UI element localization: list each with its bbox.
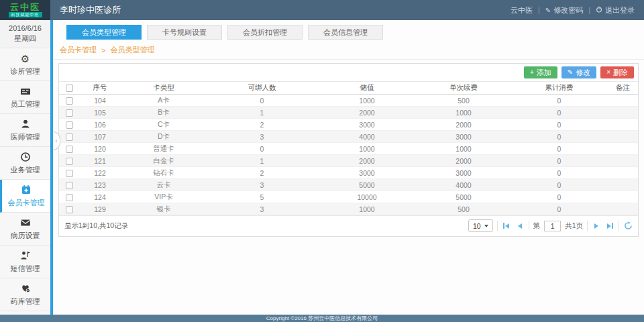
cell-id: 123: [79, 179, 121, 191]
row-checkbox[interactable]: [66, 97, 73, 105]
table-body: 104 A卡 0 1000 500 0 105 B卡 1 2000 1000 0: [59, 95, 638, 215]
last-page-button[interactable]: [605, 221, 614, 231]
col-note: 备注: [608, 82, 638, 95]
cell-renewal: 2000: [417, 155, 511, 167]
table-row[interactable]: 120 普通卡 0 1000 1000 0: [59, 143, 638, 155]
add-button[interactable]: + 添加: [524, 66, 557, 78]
sidebar-item-sms[interactable]: 短信管理: [0, 246, 50, 278]
cell-type: 云卡: [121, 179, 207, 191]
cell-note: [608, 191, 638, 203]
tab-bar: 会员类型管理 卡号规则设置 会员折扣管理 会员信息管理: [53, 20, 644, 40]
tab-member-info[interactable]: 会员信息管理: [308, 25, 383, 40]
cell-people: 0: [207, 95, 317, 107]
row-checkbox[interactable]: [66, 121, 73, 129]
clinic-name-title: 李时珍中医诊所: [60, 4, 121, 16]
separator: [497, 221, 498, 231]
cell-people: 2: [207, 167, 317, 179]
table-row[interactable]: 123 云卡 3 5000 4000 0: [59, 179, 638, 191]
sidebar-item-member-card[interactable]: 会员卡管理: [0, 180, 50, 213]
close-icon: ×: [606, 69, 610, 76]
cell-renewal: 3000: [417, 167, 511, 179]
logo-subtitle: 科技赋能中医: [9, 12, 42, 17]
prev-page-icon: [518, 223, 522, 229]
cell-consumed: 0: [511, 167, 608, 179]
edit-button[interactable]: ✎ 修改: [561, 66, 596, 78]
logo-title: 云中医: [10, 3, 40, 11]
row-checkbox[interactable]: [66, 109, 73, 117]
row-checkbox[interactable]: [66, 182, 73, 189]
delete-button[interactable]: × 删除: [600, 66, 634, 78]
col-id: 序号: [79, 82, 121, 95]
cell-type: D卡: [121, 131, 207, 143]
table-row[interactable]: 129 银卡 3 1000 500 0: [59, 203, 638, 215]
logout-link[interactable]: 退出登录: [596, 5, 635, 15]
tab-card-number-rules[interactable]: 卡号规则设置: [147, 25, 222, 40]
row-checkbox[interactable]: [66, 170, 73, 177]
sidebar-item-business[interactable]: 业务管理: [0, 147, 50, 180]
cell-renewal: 2000: [417, 119, 511, 131]
cell-id: 121: [79, 155, 121, 167]
separator: [529, 221, 529, 231]
table-row[interactable]: 124 VIP卡 5 10000 5000 0: [59, 191, 638, 203]
table-header-row: 序号 卡类型 可绑人数 储值 单次续费 累计消费 备注: [59, 82, 638, 95]
row-checkbox[interactable]: [66, 194, 73, 201]
cell-renewal: 5000: [417, 191, 511, 203]
doctor-icon: [20, 119, 31, 130]
cell-note: [608, 143, 638, 155]
table-row[interactable]: 121 白金卡 1 2000 2000 0: [59, 155, 638, 167]
select-all-checkbox[interactable]: [66, 85, 73, 92]
member-card-icon: [21, 184, 32, 196]
page-size-select[interactable]: 10: [468, 219, 493, 232]
weekday-text: 星期四: [14, 34, 36, 44]
table-row[interactable]: 105 B卡 1 2000 1000 0: [59, 107, 638, 119]
page-input[interactable]: [544, 221, 561, 231]
row-checkbox[interactable]: [66, 146, 73, 153]
sidebar-item-doctor[interactable]: 医师管理: [0, 114, 50, 147]
cell-stored: 1000: [317, 95, 417, 107]
toolbar: + 添加 ✎ 修改 × 删除: [59, 64, 638, 81]
tab-member-discount[interactable]: 会员折扣管理: [227, 25, 303, 40]
sidebar-item-clinic[interactable]: ⚙ 诊所管理: [0, 48, 50, 81]
table-row[interactable]: 107 D卡 3 4000 3000 0: [59, 131, 638, 143]
prev-page-button[interactable]: [515, 221, 525, 231]
sidebar-item-records[interactable]: 病历设置: [0, 213, 50, 246]
cell-note: [608, 155, 638, 167]
breadcrumb-parent[interactable]: 会员卡管理: [60, 45, 97, 55]
cell-people: 1: [207, 107, 317, 119]
cell-type: A卡: [121, 95, 207, 107]
first-page-button[interactable]: [502, 221, 511, 231]
members-table: 序号 卡类型 可绑人数 储值 单次续费 累计消费 备注 104 A卡 0 100…: [59, 81, 638, 215]
chevron-down-icon: [484, 225, 488, 229]
refresh-button[interactable]: [623, 221, 633, 231]
cell-id: 124: [79, 191, 121, 203]
cell-type: 白金卡: [121, 155, 207, 167]
cell-renewal: 1000: [417, 107, 511, 119]
sidebar-item-pharmacy[interactable]: 药库管理: [0, 278, 50, 311]
row-checkbox[interactable]: [66, 158, 73, 165]
tab-member-type-management[interactable]: 会员类型管理: [66, 25, 142, 40]
cell-type: 银卡: [121, 203, 207, 215]
sidebar-item-staff[interactable]: 员工管理: [0, 81, 50, 114]
table-row[interactable]: 104 A卡 0 1000 500 0: [59, 95, 638, 107]
cell-renewal: 500: [417, 203, 511, 215]
next-page-button[interactable]: [592, 221, 601, 231]
table-row[interactable]: 106 C卡 2 3000 2000 0: [59, 119, 638, 131]
change-password-link[interactable]: ✎ 修改密码: [545, 5, 583, 15]
cell-consumed: 0: [511, 131, 608, 143]
cell-id: 104: [79, 95, 121, 107]
cell-people: 5: [207, 191, 317, 203]
top-bar-right: 云中医 | ✎ 修改密码 | 退出登录: [511, 5, 644, 15]
cell-renewal: 3000: [417, 131, 511, 143]
table-footer: 显示1到10,共10记录 10 第 共1页: [59, 215, 638, 236]
footer-copyright: Copyright ©2016 苏州云中医信息技术有限公司: [266, 315, 378, 322]
clock-icon: [20, 152, 31, 163]
row-checkbox[interactable]: [66, 206, 73, 213]
separator: [619, 221, 619, 231]
table-row[interactable]: 122 钻石卡 2 3000 3000 0: [59, 167, 638, 179]
separator: |: [538, 6, 540, 14]
next-page-icon: [594, 223, 598, 229]
row-checkbox[interactable]: [66, 133, 73, 141]
cell-id: 122: [79, 167, 121, 179]
cell-renewal: 1000: [417, 143, 511, 155]
plus-icon: +: [530, 69, 534, 76]
